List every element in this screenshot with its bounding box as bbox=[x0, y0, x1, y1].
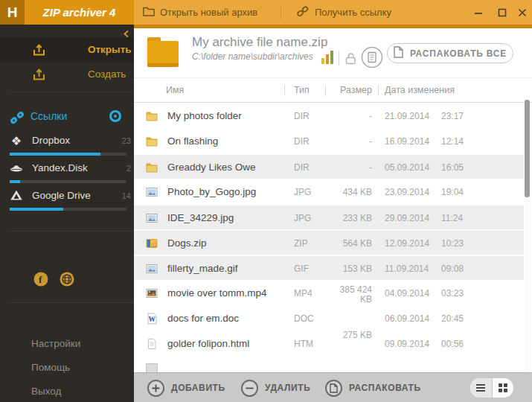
file-date: 06.09.2014 bbox=[385, 313, 429, 324]
sidebar-cloud-yandexdisk[interactable]: Yandex.Disk2 bbox=[0, 161, 134, 186]
sidebar-item-create[interactable]: Создать bbox=[0, 63, 134, 87]
sidebar-item-help[interactable]: Помощь bbox=[31, 362, 70, 373]
sidebar-cloud-googledrive[interactable]: Google Drive14 bbox=[0, 188, 134, 214]
file-time: 11:24 bbox=[441, 213, 463, 223]
file-name: IDE_34229.jpg bbox=[167, 212, 234, 223]
get-link-label: Получить ссылку bbox=[315, 7, 391, 18]
sidebar-item-settings[interactable]: Настройки bbox=[31, 338, 80, 349]
close-icon bbox=[518, 8, 527, 17]
sidebar-item-links[interactable]: Ссылки bbox=[0, 108, 134, 127]
table-row[interactable]: ZIPDogs.zipZIP564 KB12.09.201410:23 bbox=[134, 230, 524, 255]
cloud-name: Dropbox bbox=[32, 135, 70, 146]
sidebar-item-links-label: Ссылки bbox=[31, 110, 67, 122]
extract-all-button[interactable]: РАСПАКОВАТЬ ВСЕ bbox=[387, 43, 513, 63]
image-icon bbox=[146, 186, 158, 198]
cloud-usage-bar bbox=[10, 153, 126, 156]
cloud-count-badge: 23 bbox=[122, 136, 131, 145]
image-icon bbox=[146, 263, 158, 275]
file-date: 11.09.2014 bbox=[385, 264, 429, 274]
maximize-button[interactable] bbox=[494, 0, 510, 25]
file-name: On flashing bbox=[167, 135, 218, 147]
table-row[interactable]: Photo_by_Gogo.jpgJPG434 KB23.09.201419:0… bbox=[134, 179, 524, 205]
sidebar-item-exit[interactable]: Выход bbox=[31, 386, 61, 397]
app-logo: H bbox=[0, 0, 25, 25]
yandex-disk-icon bbox=[9, 162, 24, 176]
comment-icon[interactable] bbox=[361, 46, 383, 68]
svg-text:f: f bbox=[39, 274, 42, 285]
table-row[interactable]: IDE_34229.jpgJPG233 KB29.09.201411:24 bbox=[134, 205, 524, 230]
archive-name: My archive file name.zip bbox=[192, 35, 327, 50]
file-date: 16.09.2014 bbox=[385, 136, 429, 147]
file-time: 23:17 bbox=[441, 111, 464, 121]
file-name: golder folipon.html bbox=[167, 338, 249, 349]
links-target-icon[interactable] bbox=[109, 109, 122, 126]
add-label: ДОБАВИТЬ bbox=[171, 383, 225, 393]
file-size: 385 424 KB bbox=[326, 285, 372, 304]
sidebar-divider bbox=[9, 92, 134, 92]
globe-icon[interactable] bbox=[60, 272, 74, 287]
table-row[interactable]: fillerty_made.gifGIF153 KB11.09.201409:0… bbox=[134, 255, 524, 281]
list-view-button[interactable] bbox=[470, 378, 492, 398]
file-time: 09:08 bbox=[441, 264, 464, 274]
close-button[interactable] bbox=[514, 0, 531, 25]
file-date: 12.09.2014 bbox=[385, 238, 429, 249]
zip-icon: ZIP bbox=[146, 237, 158, 249]
doc-icon: W bbox=[146, 313, 158, 325]
extract-button[interactable]: РАСПАКОВАТЬ bbox=[325, 373, 421, 402]
table-row[interactable]: My photos folderDIR-21.09.201423:17 bbox=[134, 103, 524, 129]
chain-link-icon bbox=[8, 109, 26, 129]
folder-icon bbox=[146, 162, 158, 173]
file-name: Greaddy Likes Owe bbox=[167, 162, 256, 173]
column-size[interactable]: Размер bbox=[305, 85, 372, 95]
table-row[interactable]: golder folipon.htmlHTM275 KB09.09.201400… bbox=[134, 331, 524, 357]
table-row[interactable]: On flashingDIR-16.09.201412:14 bbox=[134, 129, 524, 154]
column-name[interactable]: Имя bbox=[166, 85, 184, 95]
file-name: Photo_by_Gogo.jpg bbox=[167, 186, 256, 197]
html-icon bbox=[146, 338, 158, 350]
sidebar-item-create-label: Создать bbox=[88, 68, 126, 80]
minus-icon bbox=[241, 380, 258, 397]
file-size: - bbox=[305, 111, 372, 121]
file-type: HTM bbox=[294, 339, 313, 349]
get-link-button[interactable]: Получить ссылку bbox=[296, 0, 391, 25]
zip-archiver-window: H ZIP archiver 4 Открыть новый архив Пол… bbox=[0, 0, 532, 402]
file-date: 09.09.2014 bbox=[385, 339, 429, 349]
cloud-name: Yandex.Disk bbox=[32, 162, 88, 173]
sidebar: Открыть Создать Ссылки ❖Dropbox23Yandex.… bbox=[0, 25, 134, 402]
open-new-archive-button[interactable]: Открыть новый архив bbox=[143, 0, 257, 25]
scrollbar-thumb[interactable] bbox=[525, 100, 530, 197]
collapse-sidebar-icon[interactable] bbox=[123, 28, 130, 36]
extract-label: РАСПАКОВАТЬ bbox=[349, 383, 421, 393]
table-row[interactable]: movie over tomm.mp4MP4385 424 KB04.09.20… bbox=[134, 281, 524, 306]
archive-header: My archive file name.zip C:\folder name\… bbox=[134, 28, 532, 77]
google-drive-icon bbox=[9, 189, 24, 204]
grid-view-button[interactable] bbox=[493, 378, 514, 398]
add-button[interactable]: ДОБАВИТЬ bbox=[147, 373, 225, 402]
file-time: 20:45 bbox=[441, 313, 464, 324]
table-row[interactable]: Wdocs for em.docDOC06.09.201420:45 bbox=[134, 306, 524, 331]
facebook-icon[interactable]: f bbox=[33, 272, 48, 287]
lock-icon[interactable] bbox=[344, 51, 358, 68]
title-bar: H ZIP archiver 4 Открыть новый архив Пол… bbox=[0, 0, 532, 25]
sidebar-cloud-dropbox[interactable]: ❖Dropbox23 bbox=[0, 133, 134, 159]
file-size: - bbox=[305, 162, 372, 173]
link-icon bbox=[296, 5, 310, 19]
sidebar-item-open[interactable]: Открыть bbox=[0, 38, 134, 63]
file-size: 233 KB bbox=[305, 213, 372, 223]
svg-text:W: W bbox=[148, 316, 156, 323]
column-modified[interactable]: Дата изменения bbox=[385, 85, 455, 95]
table-row[interactable]: Greaddy Likes OweDIR-05.09.201416:05 bbox=[134, 154, 524, 179]
maximize-icon bbox=[498, 8, 507, 17]
column-divider bbox=[284, 85, 285, 96]
file-time: 19:04 bbox=[441, 187, 464, 197]
svg-text:ZIP: ZIP bbox=[152, 244, 156, 247]
file-size: 153 KB bbox=[305, 264, 372, 274]
delete-button[interactable]: УДАЛИТЬ bbox=[241, 373, 310, 402]
social-links: f bbox=[33, 272, 74, 287]
file-name: fillerty_made.gif bbox=[167, 263, 238, 274]
cloud-usage-fill bbox=[10, 208, 63, 211]
file-name: docs for em.doc bbox=[167, 313, 239, 324]
stats-bars-icon[interactable] bbox=[321, 48, 335, 68]
folder-icon bbox=[146, 135, 158, 147]
minimize-button[interactable] bbox=[470, 0, 487, 25]
